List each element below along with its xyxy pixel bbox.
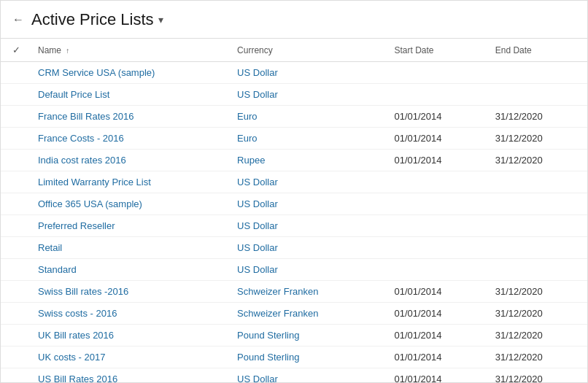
price-list-link[interactable]: Default Price List xyxy=(38,89,109,100)
page-title: Active Price Lists xyxy=(31,10,154,29)
row-end-date-cell xyxy=(487,215,587,237)
currency-link[interactable]: Pound Sterling xyxy=(237,352,299,363)
table-row: Preferred ResellerUS Dollar xyxy=(1,215,587,237)
row-checkbox-cell[interactable] xyxy=(1,347,29,368)
currency-link[interactable]: US Dollar xyxy=(237,242,278,253)
price-list-link[interactable]: Standard xyxy=(38,264,77,275)
row-checkbox-cell[interactable] xyxy=(1,303,29,325)
sort-asc-icon: ↑ xyxy=(66,47,69,55)
row-currency-cell: US Dollar xyxy=(228,259,385,281)
currency-link[interactable]: US Dollar xyxy=(237,198,278,209)
row-checkbox-cell[interactable] xyxy=(1,62,29,84)
row-start-date-cell: 01/01/2014 xyxy=(385,128,486,150)
table-row: France Costs - 2016Euro01/01/201431/12/2… xyxy=(1,128,587,150)
row-checkbox-cell[interactable] xyxy=(1,215,29,237)
row-currency-cell: Pound Sterling xyxy=(228,347,385,368)
row-start-date-cell: 01/01/2014 xyxy=(385,150,486,171)
row-currency-cell: US Dollar xyxy=(228,171,385,193)
row-name-cell: Default Price List xyxy=(29,84,228,106)
page-container: ← Active Price Lists ▾ ✓ Name ↑ Currency xyxy=(0,0,588,383)
row-currency-cell: Schweizer Franken xyxy=(228,281,385,303)
price-list-link[interactable]: France Costs - 2016 xyxy=(38,133,124,144)
currency-link[interactable]: Euro xyxy=(237,111,257,122)
row-currency-cell: US Dollar xyxy=(228,62,385,84)
row-name-cell: CRM Service USA (sample) xyxy=(29,62,228,84)
row-end-date-cell: 31/12/2020 xyxy=(487,128,587,150)
price-list-link[interactable]: Retail xyxy=(38,242,62,253)
row-end-date-cell: 31/12/2020 xyxy=(487,106,587,128)
table-row: Swiss Bill rates -2016Schweizer Franken0… xyxy=(1,281,587,303)
row-name-cell: Retail xyxy=(29,237,228,259)
dropdown-arrow-icon[interactable]: ▾ xyxy=(158,14,163,26)
price-list-link[interactable]: Limited Warranty Price List xyxy=(38,177,151,187)
row-checkbox-cell[interactable] xyxy=(1,325,29,347)
currency-link[interactable]: Euro xyxy=(237,133,257,144)
row-start-date-cell: 01/01/2014 xyxy=(385,368,486,383)
currency-link[interactable]: Schweizer Franken xyxy=(237,286,318,297)
table-container: ✓ Name ↑ Currency Start Date End Date xyxy=(1,39,587,382)
price-list-link[interactable]: Swiss costs - 2016 xyxy=(38,308,117,319)
currency-link[interactable]: US Dollar xyxy=(237,177,278,187)
row-checkbox-cell[interactable] xyxy=(1,281,29,303)
currency-column-header[interactable]: Currency xyxy=(228,39,385,62)
row-end-date-cell: 31/12/2020 xyxy=(487,347,587,368)
row-start-date-cell xyxy=(385,84,486,106)
row-end-date-cell xyxy=(487,193,587,215)
currency-link[interactable]: Schweizer Franken xyxy=(237,308,318,319)
row-start-date-cell xyxy=(385,193,486,215)
currency-link[interactable]: US Dollar xyxy=(237,264,278,275)
row-name-cell: Office 365 USA (sample) xyxy=(29,193,228,215)
row-end-date-cell xyxy=(487,84,587,106)
row-checkbox-cell[interactable] xyxy=(1,237,29,259)
currency-link[interactable]: US Dollar xyxy=(237,220,278,231)
table-row: StandardUS Dollar xyxy=(1,259,587,281)
row-name-cell: UK costs - 2017 xyxy=(29,347,228,368)
price-list-link[interactable]: Office 365 USA (sample) xyxy=(38,198,142,209)
row-currency-cell: US Dollar xyxy=(228,84,385,106)
row-currency-cell: Rupee xyxy=(228,150,385,171)
table-header: ✓ Name ↑ Currency Start Date End Date xyxy=(1,39,587,62)
row-end-date-cell: 31/12/2020 xyxy=(487,281,587,303)
start-date-column-header[interactable]: Start Date xyxy=(385,39,486,62)
price-list-link[interactable]: France Bill Rates 2016 xyxy=(38,111,134,122)
row-checkbox-cell[interactable] xyxy=(1,171,29,193)
table-row: France Bill Rates 2016Euro01/01/201431/1… xyxy=(1,106,587,128)
row-name-cell: UK Bill rates 2016 xyxy=(29,325,228,347)
currency-link[interactable]: US Dollar xyxy=(237,374,278,382)
price-list-link[interactable]: CRM Service USA (sample) xyxy=(38,67,155,78)
row-name-cell: US Bill Rates 2016 xyxy=(29,368,228,383)
currency-link[interactable]: US Dollar xyxy=(237,89,278,100)
row-name-cell: France Bill Rates 2016 xyxy=(29,106,228,128)
row-start-date-cell xyxy=(385,171,486,193)
row-start-date-cell: 01/01/2014 xyxy=(385,303,486,325)
check-all-icon[interactable]: ✓ xyxy=(12,45,20,55)
row-start-date-cell xyxy=(385,215,486,237)
currency-link[interactable]: Pound Sterling xyxy=(237,330,299,341)
back-button[interactable]: ← xyxy=(12,13,24,26)
row-checkbox-cell[interactable] xyxy=(1,84,29,106)
row-end-date-cell xyxy=(487,171,587,193)
row-checkbox-cell[interactable] xyxy=(1,193,29,215)
price-list-link[interactable]: Preferred Reseller xyxy=(38,220,115,231)
table-body: CRM Service USA (sample)US DollarDefault… xyxy=(1,62,587,383)
currency-link[interactable]: Rupee xyxy=(237,155,265,166)
price-list-link[interactable]: UK costs - 2017 xyxy=(38,352,106,363)
price-list-link[interactable]: Swiss Bill rates -2016 xyxy=(38,286,128,297)
end-date-column-header[interactable]: End Date xyxy=(487,39,587,62)
row-checkbox-cell[interactable] xyxy=(1,106,29,128)
check-header: ✓ xyxy=(1,39,29,62)
name-column-header[interactable]: Name ↑ xyxy=(29,39,228,62)
price-list-link[interactable]: UK Bill rates 2016 xyxy=(38,330,114,341)
row-name-cell: Preferred Reseller xyxy=(29,215,228,237)
row-currency-cell: US Dollar xyxy=(228,368,385,383)
price-list-link[interactable]: India cost rates 2016 xyxy=(38,155,126,166)
table-row: UK costs - 2017Pound Sterling01/01/20143… xyxy=(1,347,587,368)
row-checkbox-cell[interactable] xyxy=(1,128,29,150)
row-checkbox-cell[interactable] xyxy=(1,368,29,383)
row-checkbox-cell[interactable] xyxy=(1,259,29,281)
price-list-link[interactable]: US Bill Rates 2016 xyxy=(38,374,117,382)
row-checkbox-cell[interactable] xyxy=(1,150,29,171)
table-row: RetailUS Dollar xyxy=(1,237,587,259)
row-end-date-cell: 31/12/2020 xyxy=(487,368,587,383)
currency-link[interactable]: US Dollar xyxy=(237,67,278,78)
